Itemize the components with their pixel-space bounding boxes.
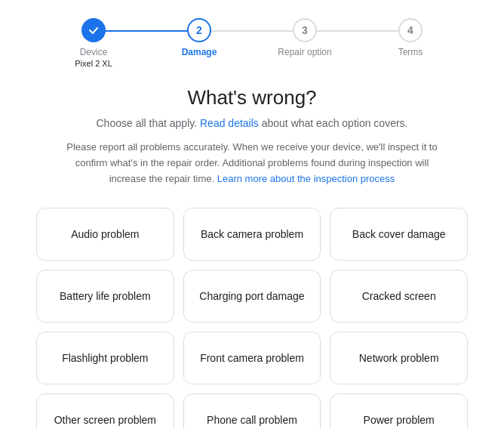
stepper-label-device: Device [80, 47, 108, 57]
option-btn-back-camera-problem[interactable]: Back camera problem [183, 208, 321, 261]
subtitle-suffix: about what each option covers. [259, 117, 408, 129]
main-content: What's wrong? Choose all that apply. Rea… [0, 74, 504, 429]
stepper: Device Pixel 2 XL 2 Damage 3 Repair opti… [0, 0, 504, 74]
stepper-circle-terms: 4 [398, 18, 423, 42]
option-btn-battery-life-problem[interactable]: Battery life problem [36, 270, 174, 323]
option-btn-audio-problem[interactable]: Audio problem [36, 208, 174, 261]
option-btn-back-cover-damage[interactable]: Back cover damage [330, 208, 468, 261]
learn-more-link[interactable]: Learn more about the inspection process [217, 173, 395, 184]
description: Please report all problems accurately. W… [63, 140, 441, 187]
option-btn-network-problem[interactable]: Network problem [330, 332, 468, 384]
stepper-item-device[interactable]: Device Pixel 2 XL [41, 18, 146, 68]
stepper-label-terms: Terms [398, 47, 423, 57]
stepper-label-damage: Damage [182, 47, 217, 57]
stepper-item-damage[interactable]: 2 Damage [146, 18, 252, 57]
option-btn-front-camera-problem[interactable]: Front camera problem [183, 332, 321, 384]
stepper-circle-repair: 3 [293, 18, 317, 42]
read-details-link[interactable]: Read details [200, 117, 259, 129]
option-btn-phone-call-problem[interactable]: Phone call problem [183, 394, 321, 429]
page-title: What's wrong? [36, 86, 468, 110]
options-grid: Audio problemBack camera problemBack cov… [36, 208, 468, 429]
checkmark-icon [88, 24, 100, 36]
option-btn-other-screen-problem[interactable]: Other screen problem [36, 394, 174, 429]
stepper-circle-damage: 2 [187, 18, 211, 42]
option-btn-cracked-screen[interactable]: Cracked screen [330, 270, 468, 323]
subtitle-prefix: Choose all that apply. [96, 117, 200, 129]
stepper-circle-device [81, 18, 106, 42]
stepper-label-repair: Repair option [278, 47, 331, 57]
option-btn-charging-port-damage[interactable]: Charging port damage [183, 270, 321, 323]
stepper-sublabel-device: Pixel 2 XL [75, 59, 112, 68]
option-btn-flashlight-problem[interactable]: Flashlight problem [36, 332, 174, 384]
stepper-item-repair[interactable]: 3 Repair option [252, 18, 358, 57]
subtitle: Choose all that apply. Read details abou… [36, 117, 468, 129]
stepper-item-terms[interactable]: 4 Terms [358, 18, 463, 57]
option-btn-power-problem[interactable]: Power problem [330, 394, 468, 429]
